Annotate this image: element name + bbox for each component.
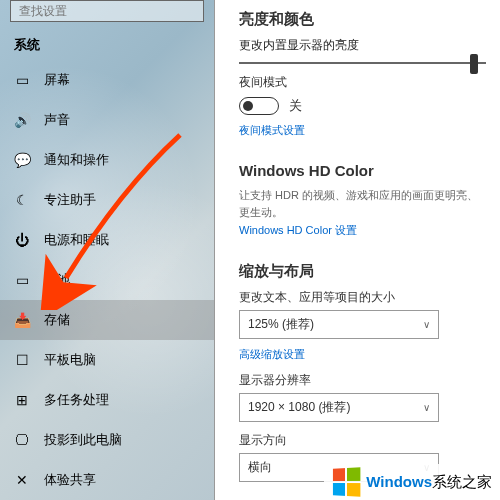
nav-icon: 💬: [14, 152, 30, 168]
resolution-dropdown[interactable]: 1920 × 1080 (推荐) ∨: [239, 393, 439, 422]
chevron-down-icon: ∨: [423, 402, 430, 413]
scale-size-value: 125% (推荐): [248, 316, 314, 333]
brightness-desc: 更改内置显示器的亮度: [239, 37, 486, 54]
scale-size-label: 更改文本、应用等项目的大小: [239, 289, 486, 306]
nav-icon: 📥: [14, 312, 30, 328]
brightness-slider[interactable]: [239, 62, 486, 64]
resolution-value: 1920 × 1080 (推荐): [248, 399, 350, 416]
hdr-link[interactable]: Windows HD Color 设置: [239, 223, 486, 238]
sidebar-item-7[interactable]: ☐平板电脑: [0, 340, 214, 380]
nav-icon: ⊞: [14, 392, 30, 408]
sidebar-item-6[interactable]: 📥存储: [0, 300, 214, 340]
settings-sidebar: 系统 ▭屏幕🔊声音💬通知和操作☾专注助手⏻电源和睡眠▭电池📥存储☐平板电脑⊞多任…: [0, 0, 215, 500]
category-label: 系统: [0, 30, 214, 60]
nightmode-toggle[interactable]: 关: [239, 97, 486, 115]
nav-icon: 🔊: [14, 112, 30, 128]
scale-size-dropdown[interactable]: 125% (推荐) ∨: [239, 310, 439, 339]
nav-icon: 🖵: [14, 432, 30, 448]
sidebar-item-0[interactable]: ▭屏幕: [0, 60, 214, 100]
nav-label: 电池: [44, 271, 70, 289]
nav-icon: ▭: [14, 272, 30, 288]
sidebar-item-5[interactable]: ▭电池: [0, 260, 214, 300]
nav-icon: ☾: [14, 192, 30, 208]
hdr-desc: 让支持 HDR 的视频、游戏和应用的画面更明亮、更生动。: [239, 187, 486, 220]
nav-label: 通知和操作: [44, 151, 109, 169]
windows-logo-icon: [333, 467, 360, 496]
sidebar-item-10[interactable]: ✕体验共享: [0, 460, 214, 500]
nav-label: 存储: [44, 311, 70, 329]
scale-title: 缩放与布局: [239, 262, 486, 281]
sidebar-item-3[interactable]: ☾专注助手: [0, 180, 214, 220]
orientation-value: 横向: [248, 459, 272, 476]
watermark: Windows系统之家: [324, 464, 500, 500]
nav-label: 平板电脑: [44, 351, 96, 369]
nav-icon: ✕: [14, 472, 30, 488]
nav-icon: ☐: [14, 352, 30, 368]
sidebar-item-1[interactable]: 🔊声音: [0, 100, 214, 140]
watermark-brand: Windows: [366, 473, 432, 490]
sidebar-item-8[interactable]: ⊞多任务处理: [0, 380, 214, 420]
nav-icon: ▭: [14, 72, 30, 88]
content-pane: 亮度和颜色 更改内置显示器的亮度 夜间模式 关 夜间模式设置 Windows H…: [215, 0, 500, 500]
nav-label: 专注助手: [44, 191, 96, 209]
nav-label: 投影到此电脑: [44, 431, 122, 449]
nightmode-label: 夜间模式: [239, 74, 486, 91]
brightness-title: 亮度和颜色: [239, 10, 486, 29]
nav-label: 体验共享: [44, 471, 96, 489]
sidebar-item-4[interactable]: ⏻电源和睡眠: [0, 220, 214, 260]
sidebar-item-9[interactable]: 🖵投影到此电脑: [0, 420, 214, 460]
hdr-title: Windows HD Color: [239, 162, 486, 179]
nightmode-settings-link[interactable]: 夜间模式设置: [239, 123, 486, 138]
search-box[interactable]: [10, 0, 204, 22]
advanced-scaling-link[interactable]: 高级缩放设置: [239, 347, 486, 362]
chevron-down-icon: ∨: [423, 319, 430, 330]
nav-label: 屏幕: [44, 71, 70, 89]
watermark-suffix: 系统之家: [432, 473, 492, 490]
nav-label: 声音: [44, 111, 70, 129]
sidebar-item-2[interactable]: 💬通知和操作: [0, 140, 214, 180]
nav-label: 多任务处理: [44, 391, 109, 409]
orientation-label: 显示方向: [239, 432, 486, 449]
resolution-label: 显示器分辨率: [239, 372, 486, 389]
nightmode-state: 关: [289, 97, 302, 115]
search-input[interactable]: [19, 4, 195, 18]
nav-icon: ⏻: [14, 232, 30, 248]
nav-label: 电源和睡眠: [44, 231, 109, 249]
